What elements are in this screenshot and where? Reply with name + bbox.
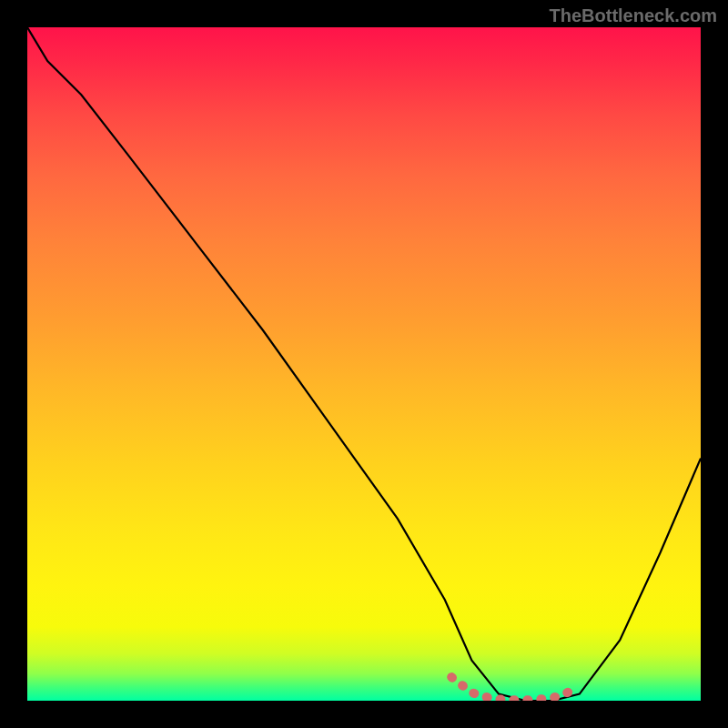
chart-container: TheBottleneck.com xyxy=(0,0,728,728)
bottleneck-curve xyxy=(27,27,701,701)
minimum-marker xyxy=(451,677,572,700)
attribution-text: TheBottleneck.com xyxy=(550,5,717,26)
curve-overlay xyxy=(27,27,701,701)
